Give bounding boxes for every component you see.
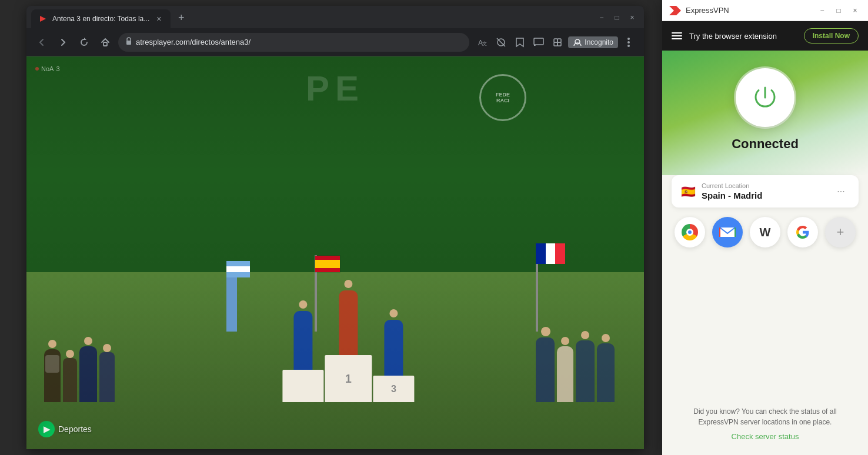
svg-marker-17 bbox=[669, 6, 681, 15]
channel-logo: ▶ bbox=[38, 421, 55, 437]
svg-point-16 bbox=[627, 45, 630, 47]
refresh-button[interactable] bbox=[76, 34, 92, 51]
hamburger-line-3 bbox=[672, 38, 682, 39]
forward-button[interactable] bbox=[55, 34, 71, 51]
connection-status: Connected bbox=[732, 136, 799, 152]
banner-text: Try the browser extension bbox=[689, 32, 797, 41]
channel-name: Deportes bbox=[58, 424, 92, 434]
vpn-titlebar: ExpressVPN − □ × bbox=[662, 0, 868, 21]
location-name: Spain - Madrid bbox=[702, 190, 827, 200]
incognito-label: Incognito bbox=[585, 38, 613, 46]
address-bar: atresplayer.com/directos/antena3/ A文 Inc… bbox=[26, 28, 644, 56]
chrome-icon bbox=[682, 224, 698, 240]
svg-line-7 bbox=[497, 38, 505, 46]
vpn-panel: ExpressVPN − □ × Try the browser extensi… bbox=[662, 0, 868, 455]
vpn-maximize-button[interactable]: □ bbox=[833, 5, 844, 16]
power-button[interactable] bbox=[736, 68, 794, 127]
hamburger-menu-button[interactable] bbox=[672, 32, 682, 39]
check-server-status-link[interactable]: Check server status bbox=[732, 432, 799, 441]
vpn-close-button[interactable]: × bbox=[849, 5, 861, 16]
svg-text:文: 文 bbox=[482, 41, 487, 46]
gmail-shortcut[interactable] bbox=[712, 217, 743, 247]
gmail-icon bbox=[719, 225, 736, 239]
browser-minimize-button[interactable]: − bbox=[595, 11, 609, 25]
vpn-title: ExpressVPN bbox=[686, 6, 812, 15]
svg-marker-0 bbox=[40, 16, 46, 22]
active-tab[interactable]: Antena 3 en directo: Todas la... × bbox=[31, 9, 171, 28]
browser-close-button[interactable]: × bbox=[625, 11, 639, 25]
incognito-badge[interactable]: Incognito bbox=[568, 36, 618, 48]
google-icon bbox=[795, 225, 810, 240]
tab-favicon bbox=[38, 14, 48, 24]
vpn-minimize-button[interactable]: − bbox=[816, 5, 828, 16]
power-icon bbox=[750, 83, 780, 112]
tab-title: Antena 3 en directo: Todas la... bbox=[52, 15, 149, 23]
google-shortcut[interactable] bbox=[787, 217, 818, 247]
chrome-center bbox=[686, 229, 693, 236]
chrome-shortcut[interactable] bbox=[675, 217, 705, 247]
svg-rect-9 bbox=[554, 39, 557, 42]
tab-close-button[interactable]: × bbox=[154, 14, 163, 24]
channel-indicator: NoA 3 bbox=[35, 65, 60, 72]
location-card[interactable]: 🇪🇸 Current Location Spain - Madrid ··· bbox=[672, 175, 859, 208]
crowd-scene: 1 3 bbox=[26, 273, 644, 402]
home-button[interactable] bbox=[97, 34, 113, 51]
install-now-button[interactable]: Install Now bbox=[804, 28, 859, 44]
svg-point-14 bbox=[627, 38, 630, 40]
toolbar-icons: A文 Incognito bbox=[474, 34, 637, 51]
svg-rect-8 bbox=[534, 38, 543, 45]
svg-rect-12 bbox=[557, 42, 561, 46]
browser-window-controls: − □ × bbox=[595, 11, 639, 28]
menu-icon[interactable] bbox=[620, 34, 637, 51]
hamburger-line-1 bbox=[672, 32, 682, 34]
svg-marker-1 bbox=[84, 38, 86, 40]
vpn-connected-area: Connected bbox=[662, 51, 868, 175]
wikipedia-icon-char: W bbox=[760, 226, 771, 239]
add-shortcut-icon: + bbox=[837, 226, 844, 239]
browser-window: Antena 3 en directo: Todas la... × + − □… bbox=[26, 6, 644, 449]
banner-text-bg: PE bbox=[306, 68, 365, 109]
browser-maximize-button[interactable]: □ bbox=[610, 11, 624, 25]
extensions-icon[interactable] bbox=[549, 34, 566, 51]
url-bar[interactable]: atresplayer.com/directos/antena3/ bbox=[118, 33, 469, 52]
location-more-button[interactable]: ··· bbox=[833, 183, 849, 200]
wall-logo: FEDERACI bbox=[479, 74, 526, 121]
quick-links: W + bbox=[662, 208, 868, 252]
tab-bar: Antena 3 en directo: Todas la... × + − □… bbox=[26, 6, 644, 28]
new-tab-button[interactable]: + bbox=[173, 9, 189, 26]
channel-watermark: ▶ Deportes bbox=[38, 421, 92, 437]
camera-off-icon[interactable] bbox=[493, 34, 509, 51]
wikipedia-shortcut[interactable]: W bbox=[750, 217, 780, 247]
lock-icon bbox=[125, 37, 132, 47]
translate-icon[interactable]: A文 bbox=[474, 34, 490, 51]
video-content: PE FEDERACI bbox=[26, 56, 644, 449]
svg-rect-10 bbox=[557, 39, 561, 42]
svg-point-15 bbox=[627, 41, 630, 44]
svg-rect-2 bbox=[104, 42, 107, 46]
url-text: atresplayer.com/directos/antena3/ bbox=[136, 38, 462, 46]
back-button[interactable] bbox=[34, 34, 50, 51]
svg-rect-11 bbox=[554, 42, 557, 46]
svg-rect-3 bbox=[126, 41, 131, 45]
country-flag-emoji: 🇪🇸 bbox=[681, 185, 696, 199]
extension-banner: Try the browser extension Install Now bbox=[662, 21, 868, 51]
location-info: Current Location Spain - Madrid bbox=[702, 182, 827, 200]
bookmark-icon[interactable] bbox=[512, 34, 528, 51]
location-label: Current Location bbox=[702, 182, 827, 189]
add-shortcut-button[interactable]: + bbox=[825, 217, 856, 247]
info-text: Did you know? You can check the status o… bbox=[676, 406, 854, 427]
cast-icon[interactable] bbox=[530, 34, 547, 51]
info-section: Did you know? You can check the status o… bbox=[662, 252, 868, 455]
expressvpn-logo-icon bbox=[669, 5, 681, 16]
hamburger-line-2 bbox=[672, 35, 682, 36]
